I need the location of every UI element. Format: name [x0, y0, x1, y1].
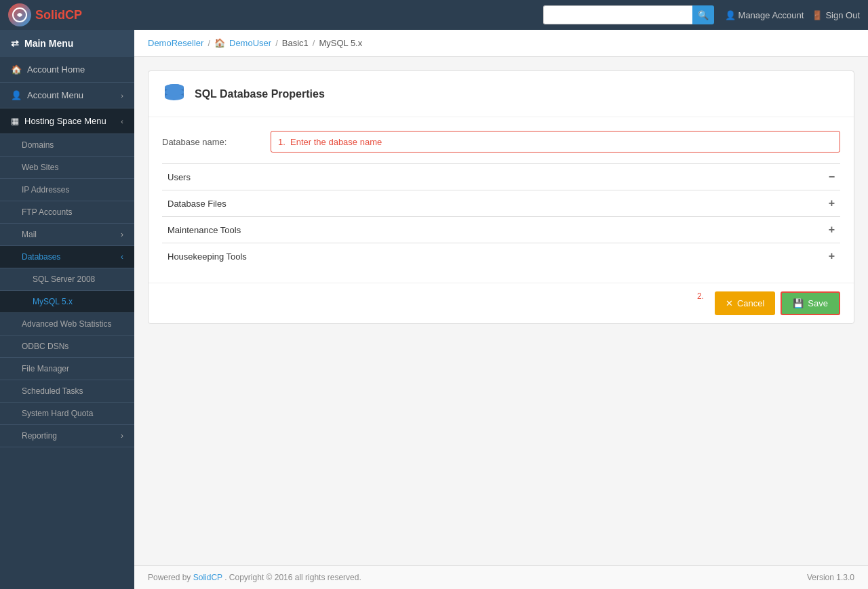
- accordion-item-database-files: Database Files +: [162, 190, 840, 216]
- accordion-item-maintenance-tools: Maintenance Tools +: [162, 216, 840, 243]
- breadcrumb-basic1: Basic1: [282, 38, 309, 48]
- home-breadcrumb-icon: 🏠: [214, 38, 225, 48]
- sql-properties-panel: SQL Database Properties Database name: U…: [148, 70, 854, 324]
- sidebar-item-scheduled-tasks[interactable]: Scheduled Tasks: [0, 380, 134, 403]
- breadcrumb-sep-2: /: [275, 38, 278, 48]
- chevron-right-icon: ›: [121, 431, 123, 441]
- logo-text: SolidCP: [35, 8, 82, 22]
- home-icon: 🏠: [11, 64, 22, 75]
- search-input[interactable]: [543, 5, 692, 24]
- db-name-label: Database name:: [162, 137, 271, 147]
- breadcrumb-demo-reseller[interactable]: DemoReseller: [148, 38, 203, 48]
- grid-icon: ▦: [11, 116, 19, 126]
- chevron-right-icon: ›: [121, 230, 123, 239]
- db-name-row: Database name:: [162, 131, 840, 153]
- logo: SolidCP: [8, 3, 82, 26]
- breadcrumb: DemoReseller / 🏠 DemoUser / Basic1 / MyS…: [134, 30, 868, 57]
- user-icon: 👤: [725, 10, 736, 20]
- sidebar-item-ftp-accounts[interactable]: FTP Accounts: [0, 201, 134, 224]
- panel-header: SQL Database Properties: [149, 71, 854, 117]
- sidebar-item-hosting-space-menu[interactable]: ▦ Hosting Space Menu ‹: [0, 108, 134, 134]
- navbar-right: 🔍 👤 Manage Account 🚪 Sign Out: [543, 5, 860, 24]
- logo-icon: [8, 3, 31, 26]
- svg-point-5: [165, 89, 184, 96]
- sidebar-item-databases[interactable]: Databases ‹: [0, 246, 134, 268]
- sidebar-item-sql-server-2008[interactable]: SQL Server 2008: [0, 268, 134, 291]
- content-area: DemoReseller / 🏠 DemoUser / Basic1 / MyS…: [134, 30, 868, 589]
- main-layout: ⇄ Main Menu 🏠 Account Home 👤 Account Men…: [0, 30, 868, 589]
- chevron-right-icon: ›: [121, 92, 123, 100]
- breadcrumb-mysql: MySQL 5.x: [319, 38, 362, 48]
- accordion-header-users[interactable]: Users −: [162, 164, 840, 190]
- accordion-header-maintenance-tools[interactable]: Maintenance Tools +: [162, 217, 840, 243]
- breadcrumb-sep-3: /: [313, 38, 315, 48]
- breadcrumb-demo-user[interactable]: DemoUser: [229, 38, 271, 48]
- breadcrumb-sep-1: /: [208, 38, 210, 48]
- footer-link[interactable]: SolidCP: [193, 573, 222, 582]
- sidebar-item-advanced-web-statistics[interactable]: Advanced Web Statistics: [0, 313, 134, 336]
- sidebar-item-mail[interactable]: Mail ›: [0, 224, 134, 246]
- sidebar-item-reporting[interactable]: Reporting ›: [0, 425, 134, 447]
- accordion-toggle-housekeeping-tools: +: [829, 250, 835, 262]
- panel-body: Database name: Users −: [149, 117, 854, 283]
- save-icon: 💾: [793, 298, 804, 308]
- accordion-header-housekeeping-tools[interactable]: Housekeeping Tools +: [162, 243, 840, 269]
- footer-left: Powered by SolidCP . Copyright © 2016 al…: [148, 573, 361, 582]
- sidebar-item-system-hard-quota[interactable]: System Hard Quota: [0, 403, 134, 425]
- footer: Powered by SolidCP . Copyright © 2016 al…: [134, 565, 868, 589]
- sidebar: ⇄ Main Menu 🏠 Account Home 👤 Account Men…: [0, 30, 134, 589]
- sidebar-item-account-home[interactable]: 🏠 Account Home: [0, 57, 134, 83]
- accordion-header-database-files[interactable]: Database Files +: [162, 190, 840, 216]
- sidebar-item-file-manager[interactable]: File Manager: [0, 358, 134, 380]
- footer-version: Version 1.3.0: [807, 573, 854, 582]
- top-navbar: SolidCP 🔍 👤 Manage Account 🚪 Sign Out: [0, 0, 868, 30]
- signout-icon: 🚪: [812, 10, 823, 20]
- main-panel: SQL Database Properties Database name: U…: [134, 57, 868, 565]
- search-button[interactable]: 🔍: [692, 5, 714, 24]
- accordion: Users − Database Files +: [162, 163, 840, 269]
- sidebar-item-ip-addresses[interactable]: IP Addresses: [0, 179, 134, 201]
- accordion-toggle-users: −: [829, 171, 835, 183]
- accordion-toggle-maintenance-tools: +: [829, 224, 835, 236]
- arrows-icon: ⇄: [11, 38, 19, 49]
- sign-out-link[interactable]: 🚪 Sign Out: [812, 10, 860, 20]
- cancel-button[interactable]: ✕ Cancel: [715, 291, 775, 315]
- database-icon: [162, 81, 186, 107]
- sidebar-item-mysql-5x[interactable]: MySQL 5.x: [0, 291, 134, 313]
- chevron-left-icon: ‹: [121, 252, 123, 262]
- manage-account-link[interactable]: 👤 Manage Account: [725, 10, 804, 20]
- chevron-left-icon: ‹: [121, 117, 123, 125]
- sidebar-item-odbc-dsns[interactable]: ODBC DSNs: [0, 336, 134, 358]
- user-circle-icon: 👤: [11, 90, 22, 100]
- db-name-input[interactable]: [271, 131, 840, 153]
- sidebar-item-web-sites[interactable]: Web Sites: [0, 157, 134, 179]
- accordion-item-housekeeping-tools: Housekeeping Tools +: [162, 243, 840, 269]
- nav-links: 👤 Manage Account 🚪 Sign Out: [725, 10, 860, 20]
- times-icon: ✕: [726, 298, 733, 308]
- buttons-row: 2. ✕ Cancel 💾 Save: [149, 283, 854, 323]
- main-menu-toggle[interactable]: ⇄ Main Menu: [0, 30, 134, 57]
- panel-title: SQL Database Properties: [195, 88, 325, 100]
- sidebar-item-account-menu[interactable]: 👤 Account Menu ›: [0, 83, 134, 108]
- sidebar-item-domains[interactable]: Domains: [0, 134, 134, 157]
- save-button[interactable]: 💾 Save: [781, 291, 840, 315]
- accordion-toggle-database-files: +: [829, 197, 835, 209]
- accordion-item-users: Users −: [162, 163, 840, 190]
- step2-label: 2.: [697, 291, 704, 315]
- search-box: 🔍: [543, 5, 714, 24]
